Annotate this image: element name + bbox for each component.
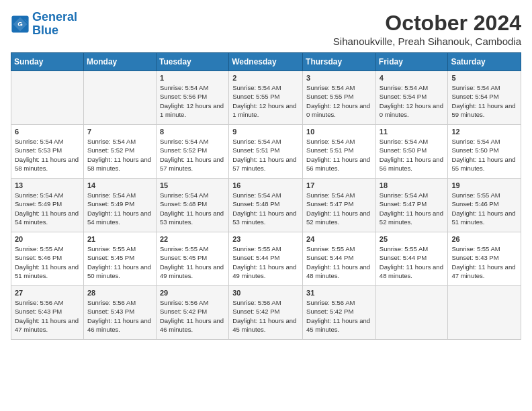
logo-icon: G: [11, 15, 30, 34]
day-info: Sunrise: 5:54 AMSunset: 5:54 PMDaylight:…: [451, 83, 517, 119]
calendar-cell: 25Sunrise: 5:55 AMSunset: 5:44 PMDayligh…: [375, 232, 448, 286]
calendar-cell: 22Sunrise: 5:55 AMSunset: 5:45 PMDayligh…: [156, 232, 228, 286]
calendar-cell: 20Sunrise: 5:55 AMSunset: 5:46 PMDayligh…: [11, 232, 84, 286]
day-number: 17: [306, 181, 372, 189]
calendar-cell: 14Sunrise: 5:54 AMSunset: 5:49 PMDayligh…: [83, 179, 156, 232]
day-header-thursday: Thursday: [303, 53, 376, 71]
calendar-cell: 12Sunrise: 5:54 AMSunset: 5:50 PMDayligh…: [448, 125, 521, 179]
calendar-cell: 31Sunrise: 5:56 AMSunset: 5:42 PMDayligh…: [303, 286, 376, 340]
day-number: 29: [160, 289, 225, 297]
calendar-cell: 3Sunrise: 5:54 AMSunset: 5:55 PMDaylight…: [303, 71, 376, 125]
day-number: 25: [380, 235, 445, 243]
calendar-cell: 27Sunrise: 5:56 AMSunset: 5:43 PMDayligh…: [11, 286, 84, 340]
day-info: Sunrise: 5:54 AMSunset: 5:48 PMDaylight:…: [160, 191, 225, 226]
day-info: Sunrise: 5:54 AMSunset: 5:53 PMDaylight:…: [15, 137, 80, 173]
logo-text: General Blue: [32, 11, 77, 38]
day-info: Sunrise: 5:54 AMSunset: 5:54 PMDaylight:…: [380, 83, 445, 119]
calendar-week-3: 13Sunrise: 5:54 AMSunset: 5:49 PMDayligh…: [11, 179, 521, 232]
day-info: Sunrise: 5:54 AMSunset: 5:52 PMDaylight:…: [160, 137, 225, 173]
logo-line2: Blue: [32, 24, 58, 37]
day-info: Sunrise: 5:54 AMSunset: 5:52 PMDaylight:…: [87, 137, 152, 173]
day-info: Sunrise: 5:55 AMSunset: 5:46 PMDaylight:…: [15, 244, 80, 280]
calendar-cell: 11Sunrise: 5:54 AMSunset: 5:50 PMDayligh…: [375, 125, 448, 179]
svg-text:G: G: [17, 20, 23, 28]
day-number: 14: [87, 181, 152, 189]
day-number: 31: [306, 289, 372, 297]
day-info: Sunrise: 5:54 AMSunset: 5:49 PMDaylight:…: [15, 191, 80, 226]
day-number: 16: [232, 181, 299, 189]
day-number: 7: [87, 128, 152, 136]
calendar-cell: 10Sunrise: 5:54 AMSunset: 5:51 PMDayligh…: [303, 125, 376, 179]
day-number: 22: [160, 235, 225, 243]
calendar-cell: 29Sunrise: 5:56 AMSunset: 5:42 PMDayligh…: [156, 286, 228, 340]
day-number: 18: [380, 181, 445, 189]
day-number: 21: [87, 235, 152, 243]
day-number: 28: [87, 289, 152, 297]
day-info: Sunrise: 5:54 AMSunset: 5:55 PMDaylight:…: [232, 83, 299, 119]
calendar-week-2: 6Sunrise: 5:54 AMSunset: 5:53 PMDaylight…: [11, 125, 521, 179]
day-header-friday: Friday: [375, 53, 448, 71]
calendar-cell: 5Sunrise: 5:54 AMSunset: 5:54 PMDaylight…: [448, 71, 521, 125]
calendar-cell: 23Sunrise: 5:55 AMSunset: 5:44 PMDayligh…: [229, 232, 303, 286]
day-number: 1: [160, 74, 225, 82]
day-info: Sunrise: 5:54 AMSunset: 5:50 PMDaylight:…: [380, 137, 445, 173]
day-number: 5: [451, 74, 517, 82]
calendar-cell: [375, 286, 448, 340]
day-header-wednesday: Wednesday: [229, 53, 303, 71]
calendar-week-1: 1Sunrise: 5:54 AMSunset: 5:56 PMDaylight…: [11, 71, 521, 125]
day-info: Sunrise: 5:56 AMSunset: 5:43 PMDaylight:…: [15, 298, 80, 334]
day-number: 11: [380, 128, 445, 136]
day-number: 12: [451, 128, 517, 136]
calendar-cell: [83, 71, 156, 125]
calendar-cell: 16Sunrise: 5:54 AMSunset: 5:48 PMDayligh…: [229, 179, 303, 232]
logo-line1: General: [32, 10, 77, 24]
day-info: Sunrise: 5:56 AMSunset: 5:42 PMDaylight:…: [232, 298, 299, 334]
calendar-cell: 1Sunrise: 5:54 AMSunset: 5:56 PMDaylight…: [156, 71, 228, 125]
calendar-cell: 19Sunrise: 5:55 AMSunset: 5:46 PMDayligh…: [448, 179, 521, 232]
day-info: Sunrise: 5:54 AMSunset: 5:47 PMDaylight:…: [380, 191, 445, 226]
day-info: Sunrise: 5:55 AMSunset: 5:45 PMDaylight:…: [160, 244, 225, 280]
day-number: 20: [15, 235, 80, 243]
day-info: Sunrise: 5:55 AMSunset: 5:44 PMDaylight:…: [232, 244, 299, 280]
calendar-cell: 17Sunrise: 5:54 AMSunset: 5:47 PMDayligh…: [303, 179, 376, 232]
calendar-cell: 9Sunrise: 5:54 AMSunset: 5:51 PMDaylight…: [229, 125, 303, 179]
day-number: 3: [306, 74, 372, 82]
day-info: Sunrise: 5:54 AMSunset: 5:49 PMDaylight:…: [87, 191, 152, 226]
calendar-cell: 15Sunrise: 5:54 AMSunset: 5:48 PMDayligh…: [156, 179, 228, 232]
calendar-week-4: 20Sunrise: 5:55 AMSunset: 5:46 PMDayligh…: [11, 232, 521, 286]
day-number: 10: [306, 128, 372, 136]
calendar-body: 1Sunrise: 5:54 AMSunset: 5:56 PMDaylight…: [11, 71, 521, 340]
day-number: 23: [232, 235, 299, 243]
calendar-cell: 7Sunrise: 5:54 AMSunset: 5:52 PMDaylight…: [83, 125, 156, 179]
page-header: G General Blue October 2024 Sihanoukvill…: [11, 11, 521, 47]
day-info: Sunrise: 5:56 AMSunset: 5:42 PMDaylight:…: [160, 298, 225, 334]
day-header-saturday: Saturday: [448, 53, 521, 71]
day-number: 13: [15, 181, 80, 189]
logo: G General Blue: [11, 11, 77, 38]
day-number: 24: [306, 235, 372, 243]
calendar-cell: 28Sunrise: 5:56 AMSunset: 5:43 PMDayligh…: [83, 286, 156, 340]
day-info: Sunrise: 5:55 AMSunset: 5:46 PMDaylight:…: [451, 191, 517, 226]
day-number: 26: [451, 235, 517, 243]
day-number: 30: [232, 289, 299, 297]
day-info: Sunrise: 5:56 AMSunset: 5:42 PMDaylight:…: [306, 298, 372, 334]
day-info: Sunrise: 5:55 AMSunset: 5:44 PMDaylight:…: [306, 244, 372, 280]
day-header-tuesday: Tuesday: [156, 53, 228, 71]
calendar-cell: 26Sunrise: 5:55 AMSunset: 5:43 PMDayligh…: [448, 232, 521, 286]
day-info: Sunrise: 5:54 AMSunset: 5:50 PMDaylight:…: [451, 137, 517, 173]
calendar-cell: 21Sunrise: 5:55 AMSunset: 5:45 PMDayligh…: [83, 232, 156, 286]
day-info: Sunrise: 5:54 AMSunset: 5:48 PMDaylight:…: [232, 191, 299, 226]
day-header-sunday: Sunday: [11, 53, 84, 71]
title-block: October 2024 Sihanoukville, Preah Sihano…: [333, 11, 521, 47]
day-number: 4: [380, 74, 445, 82]
day-number: 6: [15, 128, 80, 136]
day-info: Sunrise: 5:54 AMSunset: 5:56 PMDaylight:…: [160, 83, 225, 119]
day-info: Sunrise: 5:56 AMSunset: 5:43 PMDaylight:…: [87, 298, 152, 334]
day-number: 2: [232, 74, 299, 82]
month-title: October 2024: [333, 11, 521, 36]
day-number: 27: [15, 289, 80, 297]
calendar-cell: 8Sunrise: 5:54 AMSunset: 5:52 PMDaylight…: [156, 125, 228, 179]
calendar-cell: 24Sunrise: 5:55 AMSunset: 5:44 PMDayligh…: [303, 232, 376, 286]
calendar-cell: 4Sunrise: 5:54 AMSunset: 5:54 PMDaylight…: [375, 71, 448, 125]
day-info: Sunrise: 5:55 AMSunset: 5:43 PMDaylight:…: [451, 244, 517, 280]
